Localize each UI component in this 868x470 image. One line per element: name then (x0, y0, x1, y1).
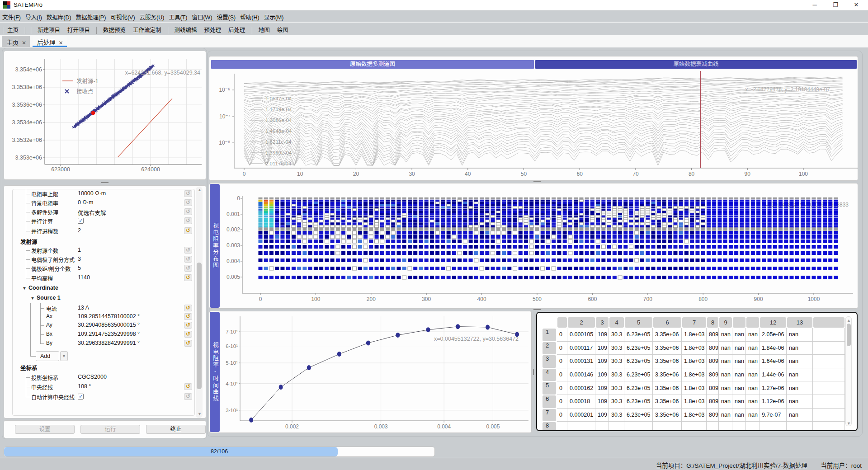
scroll-down-icon[interactable]: ▼ (198, 412, 202, 416)
table-cell[interactable]: nan (732, 355, 746, 368)
table-cell[interactable] (787, 422, 813, 431)
table-cell[interactable]: 0.000105 (567, 328, 595, 342)
table-row-number[interactable]: 7 (542, 409, 556, 422)
table-cell[interactable]: 0.000131 (567, 355, 595, 368)
chevron-down-icon[interactable]: ▼ (22, 286, 27, 291)
table-cell[interactable]: nan (719, 355, 732, 368)
close-button[interactable]: ✕ (846, 0, 866, 10)
button-运行[interactable]: 运行 (80, 425, 140, 434)
table-cell[interactable]: 109 (595, 368, 609, 382)
undo-icon[interactable]: ↺ (184, 265, 192, 272)
undo-icon[interactable]: ↺ (184, 190, 192, 197)
table-cell[interactable]: 109 (595, 328, 609, 342)
toolbar-测线编辑[interactable]: 测线编辑 (171, 23, 201, 37)
table-cell[interactable]: 2.05e-06 (760, 328, 787, 342)
table-cell[interactable] (732, 422, 746, 431)
table-cell[interactable] (746, 422, 760, 431)
table-cell[interactable]: 3.35e+06 (653, 355, 682, 368)
minimize-button[interactable]: ─ (805, 0, 825, 10)
table-cell[interactable]: 9.7e-07 (760, 409, 787, 422)
param-checkbox[interactable] (78, 218, 84, 224)
splitter-bottom[interactable] (533, 369, 534, 375)
table-cell[interactable]: 1.8e+03 (682, 381, 707, 395)
table-header-1[interactable]: 2 (568, 317, 595, 328)
table-cell[interactable]: 1.8e+03 (682, 368, 707, 382)
table-cell[interactable]: nan (787, 381, 813, 395)
param-value[interactable]: 1 (78, 247, 81, 253)
splitter-right-2[interactable] (533, 309, 541, 310)
table-cell[interactable]: 0 (557, 355, 567, 368)
table-cell[interactable]: 0 (557, 395, 567, 409)
table-row-number[interactable]: 6 (542, 395, 556, 408)
chevron-down-icon[interactable]: ▼ (30, 296, 35, 301)
table-header-10[interactable] (746, 317, 759, 328)
table-cell[interactable]: 809 (707, 409, 719, 422)
param-value[interactable]: 3 (78, 256, 81, 262)
table-cell[interactable]: nan (732, 328, 746, 342)
table-cell[interactable] (653, 422, 682, 431)
table-cell[interactable]: 3.35e+06 (653, 368, 682, 382)
undo-icon[interactable]: ↺ (184, 274, 192, 281)
table-header-12[interactable]: 13 (787, 317, 812, 328)
table-cell[interactable]: nan (787, 395, 813, 409)
scroll-up-icon[interactable]: ▲ (847, 318, 851, 323)
table-cell[interactable]: 0 (557, 368, 567, 382)
table-row-number[interactable]: 2 (542, 342, 556, 355)
undo-icon[interactable]: ↺ (184, 331, 192, 338)
add-source-button[interactable]: Add (36, 351, 59, 361)
table-cell[interactable]: 809 (707, 381, 719, 395)
table-cell[interactable]: 0.000117 (567, 342, 595, 355)
table-cell[interactable] (719, 422, 732, 431)
table-row-number[interactable]: 3 (542, 355, 556, 368)
table-cell[interactable]: 6.23e+05 (624, 409, 653, 422)
undo-icon[interactable]: ↺ (184, 199, 192, 206)
table-cell[interactable]: 1.64e-06 (760, 355, 787, 368)
table-header-7[interactable]: 8 (707, 317, 718, 328)
undo-icon[interactable]: ↺ (184, 217, 192, 224)
undo-icon[interactable]: ↺ (184, 393, 192, 400)
table-cell[interactable]: 6.23e+05 (624, 368, 653, 382)
table-cell[interactable]: nan (787, 409, 813, 422)
table-cell[interactable]: 1.8e+03 (682, 409, 707, 422)
table-cell[interactable] (624, 422, 653, 431)
table-cell[interactable]: nan (719, 381, 732, 395)
param-value[interactable]: 109.285144578100002 ° (78, 313, 140, 320)
param-value[interactable]: 2 (78, 227, 81, 234)
tab-multichannel[interactable]: 原始数据多测道图 (211, 60, 534, 69)
table-cell[interactable]: 0.000201 (567, 409, 595, 422)
table-cell[interactable]: nan (787, 342, 813, 355)
tab-后处理[interactable]: 后处理✕ (33, 36, 67, 47)
table-cell[interactable]: nan (719, 328, 732, 342)
toolbar-打开项目[interactable]: 打开项目 (64, 23, 94, 37)
table-cell[interactable]: 809 (707, 328, 719, 342)
table-cell[interactable]: 1.27e-06 (760, 381, 787, 395)
table-cell[interactable] (813, 342, 845, 355)
param-value[interactable]: CGCS2000 (78, 374, 107, 380)
toolbar-地图[interactable]: 地图 (255, 23, 274, 37)
table-cell[interactable]: nan (719, 368, 732, 382)
table-header-6[interactable]: 7 (682, 317, 706, 328)
table-cell[interactable] (813, 355, 845, 368)
param-value[interactable]: 优选右支解 (78, 208, 106, 217)
table-cell[interactable]: 30.3 (609, 395, 624, 409)
table-cell[interactable]: 1.8e+03 (682, 355, 707, 368)
table-cell[interactable]: 3.35e+06 (653, 328, 682, 342)
toolbar-工作流定制[interactable]: 工作流定制 (129, 23, 165, 37)
param-scrollbar-thumb[interactable] (197, 263, 202, 389)
table-cell[interactable] (813, 409, 845, 422)
table-cell[interactable]: 0 (557, 342, 567, 355)
undo-icon[interactable]: ↺ (184, 305, 192, 311)
table-cell[interactable]: 1.12e-06 (760, 395, 787, 409)
table-cell[interactable]: 0.00018 (567, 395, 595, 409)
table-cell[interactable]: 30.3 (609, 409, 624, 422)
table-cell[interactable]: 0 (557, 381, 567, 395)
table-cell[interactable]: 3.35e+06 (653, 409, 682, 422)
table-cell[interactable]: nan (719, 395, 732, 409)
table-cell[interactable]: 6.23e+05 (624, 381, 653, 395)
param-value[interactable]: 13 A (78, 305, 89, 311)
table-cell[interactable]: 809 (707, 395, 719, 409)
table-cell[interactable] (567, 422, 595, 431)
table-cell[interactable] (707, 422, 719, 431)
table-header-5[interactable]: 6 (653, 317, 681, 328)
table-cell[interactable]: 0.000146 (567, 368, 595, 382)
